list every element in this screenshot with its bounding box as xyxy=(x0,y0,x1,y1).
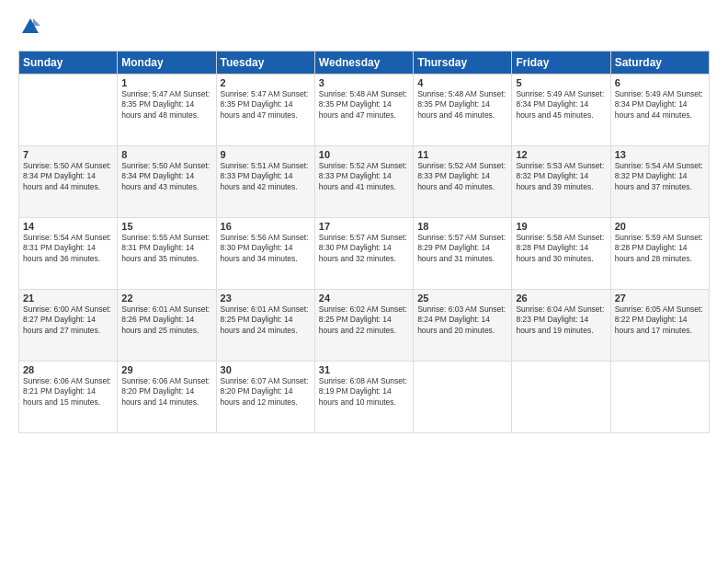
calendar-cell: 3Sunrise: 5:48 AM Sunset: 8:35 PM Daylig… xyxy=(314,74,413,145)
calendar-cell: 16Sunrise: 5:56 AM Sunset: 8:30 PM Dayli… xyxy=(216,217,314,289)
calendar-cell: 9Sunrise: 5:51 AM Sunset: 8:33 PM Daylig… xyxy=(216,145,314,217)
day-info: Sunrise: 5:49 AM Sunset: 8:34 PM Dayligh… xyxy=(516,89,606,121)
calendar-cell: 25Sunrise: 6:03 AM Sunset: 8:24 PM Dayli… xyxy=(414,289,512,361)
calendar-page: SundayMondayTuesdayWednesdayThursdayFrid… xyxy=(0,0,728,563)
day-number: 29 xyxy=(121,364,211,375)
weekday-header-tuesday: Tuesday xyxy=(216,51,314,74)
calendar-cell: 2Sunrise: 5:47 AM Sunset: 8:35 PM Daylig… xyxy=(216,74,314,145)
day-info: Sunrise: 5:48 AM Sunset: 8:35 PM Dayligh… xyxy=(319,89,409,121)
calendar-cell: 12Sunrise: 5:53 AM Sunset: 8:32 PM Dayli… xyxy=(512,145,610,217)
day-info: Sunrise: 6:04 AM Sunset: 8:23 PM Dayligh… xyxy=(516,304,606,336)
day-info: Sunrise: 5:49 AM Sunset: 8:34 PM Dayligh… xyxy=(615,89,705,121)
day-number: 7 xyxy=(23,149,113,160)
calendar-cell: 20Sunrise: 5:59 AM Sunset: 8:28 PM Dayli… xyxy=(610,217,709,289)
weekday-header-sunday: Sunday xyxy=(19,51,118,74)
day-info: Sunrise: 5:51 AM Sunset: 8:33 PM Dayligh… xyxy=(221,161,311,192)
day-info: Sunrise: 5:54 AM Sunset: 8:31 PM Dayligh… xyxy=(23,233,113,264)
calendar-cell: 23Sunrise: 6:01 AM Sunset: 8:25 PM Dayli… xyxy=(216,289,314,361)
day-info: Sunrise: 6:07 AM Sunset: 8:20 PM Dayligh… xyxy=(221,376,311,408)
day-info: Sunrise: 5:53 AM Sunset: 8:32 PM Dayligh… xyxy=(516,161,606,192)
calendar-cell: 26Sunrise: 6:04 AM Sunset: 8:23 PM Dayli… xyxy=(512,289,610,361)
calendar-cell: 1Sunrise: 5:47 AM Sunset: 8:35 PM Daylig… xyxy=(118,74,216,145)
logo xyxy=(18,17,40,41)
day-info: Sunrise: 5:57 AM Sunset: 8:30 PM Dayligh… xyxy=(319,233,409,264)
calendar-cell: 19Sunrise: 5:58 AM Sunset: 8:28 PM Dayli… xyxy=(512,217,610,289)
day-number: 31 xyxy=(319,364,409,375)
day-number: 19 xyxy=(516,221,606,232)
weekday-header-wednesday: Wednesday xyxy=(314,51,413,74)
day-info: Sunrise: 5:59 AM Sunset: 8:28 PM Dayligh… xyxy=(615,233,705,264)
weekday-header-saturday: Saturday xyxy=(610,51,709,74)
day-info: Sunrise: 5:56 AM Sunset: 8:30 PM Dayligh… xyxy=(221,233,311,264)
calendar-week-row: 14Sunrise: 5:54 AM Sunset: 8:31 PM Dayli… xyxy=(19,217,710,289)
calendar-cell xyxy=(19,74,118,145)
day-number: 15 xyxy=(121,221,211,232)
day-number: 4 xyxy=(417,77,507,88)
calendar-week-row: 21Sunrise: 6:00 AM Sunset: 8:27 PM Dayli… xyxy=(19,289,710,361)
day-info: Sunrise: 5:55 AM Sunset: 8:31 PM Dayligh… xyxy=(121,233,211,264)
calendar-cell: 30Sunrise: 6:07 AM Sunset: 8:20 PM Dayli… xyxy=(216,361,314,432)
day-info: Sunrise: 6:01 AM Sunset: 8:25 PM Dayligh… xyxy=(221,304,311,336)
day-info: Sunrise: 5:50 AM Sunset: 8:34 PM Dayligh… xyxy=(121,161,211,192)
calendar-cell: 27Sunrise: 6:05 AM Sunset: 8:22 PM Dayli… xyxy=(610,289,709,361)
calendar-cell: 6Sunrise: 5:49 AM Sunset: 8:34 PM Daylig… xyxy=(610,74,709,145)
calendar-cell: 17Sunrise: 5:57 AM Sunset: 8:30 PM Dayli… xyxy=(314,217,413,289)
day-info: Sunrise: 6:02 AM Sunset: 8:25 PM Dayligh… xyxy=(319,304,409,336)
calendar-cell: 8Sunrise: 5:50 AM Sunset: 8:34 PM Daylig… xyxy=(118,145,216,217)
day-number: 23 xyxy=(221,293,311,304)
day-number: 5 xyxy=(516,77,606,88)
day-info: Sunrise: 5:58 AM Sunset: 8:28 PM Dayligh… xyxy=(516,233,606,264)
svg-marker-1 xyxy=(33,18,40,26)
day-info: Sunrise: 6:03 AM Sunset: 8:24 PM Dayligh… xyxy=(417,304,507,336)
calendar-cell: 29Sunrise: 6:06 AM Sunset: 8:20 PM Dayli… xyxy=(118,361,216,432)
day-number: 2 xyxy=(221,77,311,88)
day-number: 3 xyxy=(319,77,409,88)
calendar-cell: 18Sunrise: 5:57 AM Sunset: 8:29 PM Dayli… xyxy=(414,217,512,289)
calendar-cell: 31Sunrise: 6:08 AM Sunset: 8:19 PM Dayli… xyxy=(314,361,413,432)
day-number: 13 xyxy=(615,149,705,160)
day-info: Sunrise: 6:00 AM Sunset: 8:27 PM Dayligh… xyxy=(23,304,113,336)
day-info: Sunrise: 6:06 AM Sunset: 8:20 PM Dayligh… xyxy=(121,376,211,408)
day-number: 24 xyxy=(319,293,409,304)
calendar-cell: 22Sunrise: 6:01 AM Sunset: 8:26 PM Dayli… xyxy=(118,289,216,361)
header xyxy=(18,17,710,41)
day-number: 21 xyxy=(23,293,113,304)
day-number: 12 xyxy=(516,149,606,160)
day-info: Sunrise: 5:52 AM Sunset: 8:33 PM Dayligh… xyxy=(417,161,507,192)
day-number: 6 xyxy=(615,77,705,88)
day-info: Sunrise: 6:08 AM Sunset: 8:19 PM Dayligh… xyxy=(319,376,409,408)
day-info: Sunrise: 5:48 AM Sunset: 8:35 PM Dayligh… xyxy=(417,89,507,121)
day-number: 9 xyxy=(221,149,311,160)
day-number: 1 xyxy=(121,77,211,88)
logo-icon xyxy=(20,17,40,37)
day-info: Sunrise: 5:50 AM Sunset: 8:34 PM Dayligh… xyxy=(23,161,113,192)
weekday-header-row: SundayMondayTuesdayWednesdayThursdayFrid… xyxy=(19,51,710,74)
calendar-cell xyxy=(414,361,512,432)
day-number: 25 xyxy=(417,293,507,304)
calendar-cell: 28Sunrise: 6:06 AM Sunset: 8:21 PM Dayli… xyxy=(19,361,118,432)
calendar-week-row: 28Sunrise: 6:06 AM Sunset: 8:21 PM Dayli… xyxy=(19,361,710,432)
day-info: Sunrise: 6:06 AM Sunset: 8:21 PM Dayligh… xyxy=(23,376,113,408)
day-info: Sunrise: 5:47 AM Sunset: 8:35 PM Dayligh… xyxy=(221,89,311,121)
calendar-cell: 5Sunrise: 5:49 AM Sunset: 8:34 PM Daylig… xyxy=(512,74,610,145)
calendar-cell: 11Sunrise: 5:52 AM Sunset: 8:33 PM Dayli… xyxy=(414,145,512,217)
calendar-week-row: 7Sunrise: 5:50 AM Sunset: 8:34 PM Daylig… xyxy=(19,145,710,217)
calendar-cell: 10Sunrise: 5:52 AM Sunset: 8:33 PM Dayli… xyxy=(314,145,413,217)
day-info: Sunrise: 6:05 AM Sunset: 8:22 PM Dayligh… xyxy=(615,304,705,336)
calendar-cell: 15Sunrise: 5:55 AM Sunset: 8:31 PM Dayli… xyxy=(118,217,216,289)
day-number: 18 xyxy=(417,221,507,232)
day-number: 11 xyxy=(417,149,507,160)
day-number: 26 xyxy=(516,293,606,304)
day-info: Sunrise: 6:01 AM Sunset: 8:26 PM Dayligh… xyxy=(121,304,211,336)
day-number: 27 xyxy=(615,293,705,304)
calendar-week-row: 1Sunrise: 5:47 AM Sunset: 8:35 PM Daylig… xyxy=(19,74,710,145)
day-number: 10 xyxy=(319,149,409,160)
calendar-table: SundayMondayTuesdayWednesdayThursdayFrid… xyxy=(18,51,710,433)
day-number: 20 xyxy=(615,221,705,232)
day-info: Sunrise: 5:57 AM Sunset: 8:29 PM Dayligh… xyxy=(417,233,507,264)
calendar-cell: 13Sunrise: 5:54 AM Sunset: 8:32 PM Dayli… xyxy=(610,145,709,217)
day-info: Sunrise: 5:54 AM Sunset: 8:32 PM Dayligh… xyxy=(615,161,705,192)
day-number: 16 xyxy=(221,221,311,232)
day-number: 17 xyxy=(319,221,409,232)
day-number: 30 xyxy=(221,364,311,375)
